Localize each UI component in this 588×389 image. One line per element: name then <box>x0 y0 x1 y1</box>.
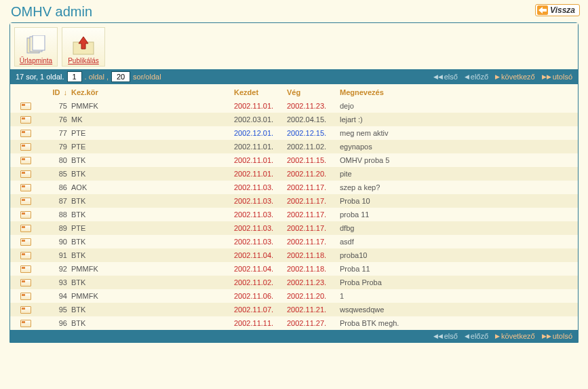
cell-veg: 2002.11.20. <box>287 292 340 300</box>
nav-last[interactable]: ▶▶utolsó <box>542 73 572 81</box>
cell-kezdet: 2002.11.03. <box>234 238 287 246</box>
page-label: . oldal , <box>85 73 109 81</box>
cell-kezkor: BTK <box>71 210 234 219</box>
table-row[interactable]: 96BTK2002.11.11.2002.11.27.Proba BTK meg… <box>10 316 578 330</box>
table-row[interactable]: 79PTE2002.11.01.2002.11.02.egynapos <box>10 140 578 153</box>
cell-kezkor: PTE <box>71 143 234 151</box>
cell-megnevezes: Proba BTK megh. <box>340 319 574 327</box>
cell-kezkor: BTK <box>71 197 234 205</box>
toolbar: Űrlapminta Publikálás <box>10 23 578 69</box>
publish-button[interactable]: Publikálás <box>62 27 105 67</box>
left-icon: ◀ <box>465 73 469 80</box>
cell-kezkor: BTK <box>71 156 234 164</box>
cell-id: 92 <box>37 265 71 273</box>
nav-next[interactable]: ▶következő <box>495 73 535 81</box>
page-input[interactable] <box>67 71 82 82</box>
cell-id: 80 <box>37 156 71 164</box>
cell-veg: 2002.11.02. <box>287 143 340 151</box>
nav-first[interactable]: ◀◀első <box>433 73 458 81</box>
table-row[interactable]: 95BTK2002.11.07.2002.11.21.wsqwesdqwe <box>10 303 578 316</box>
cell-veg: 2002.11.23. <box>287 102 340 110</box>
back-button-label: Vissza <box>550 5 575 15</box>
row-flag-icon <box>20 170 31 178</box>
cell-kezdet: 2002.11.11. <box>234 319 287 327</box>
svg-rect-2 <box>33 35 45 50</box>
table-row[interactable]: 91BTK2002.11.04.2002.11.18.proba10 <box>10 248 578 262</box>
cell-id: 86 <box>37 183 71 191</box>
col-kezdet[interactable]: Kezdet <box>234 88 287 96</box>
table-row[interactable]: 94PMMFK2002.11.06.2002.11.20.1 <box>10 289 578 303</box>
table-row[interactable]: 75PMMFK2002.11.01.2002.11.23.dejo <box>10 99 578 113</box>
page-size-input[interactable] <box>111 71 130 82</box>
col-megnevezes[interactable]: Megnevezés <box>340 88 574 96</box>
cell-id: 89 <box>37 224 71 232</box>
row-flag-icon <box>20 265 31 273</box>
cell-kezkor: PTE <box>71 129 234 137</box>
cell-veg: 2002.11.17. <box>287 238 340 246</box>
table-row[interactable]: 87BTK2002.11.03.2002.11.17.Proba 10 <box>10 194 578 208</box>
row-flag-icon <box>20 225 31 232</box>
cell-veg: 2002.04.15. <box>287 115 340 124</box>
cell-kezkor: BTK <box>71 251 234 259</box>
cell-id: 93 <box>37 278 71 286</box>
cell-veg: 2002.11.17. <box>287 210 340 219</box>
row-flag-icon <box>20 143 31 151</box>
table-row[interactable]: 92PMMFK2002.11.04.2002.11.18.Proba 11 <box>10 262 578 276</box>
cell-veg: 2002.11.23. <box>287 278 340 286</box>
back-button[interactable]: Vissza <box>535 4 580 16</box>
nav-last-bottom[interactable]: ▶▶utolsó <box>542 332 572 340</box>
cell-veg: 2002.11.17. <box>287 197 340 205</box>
cell-megnevezes: dfbg <box>340 224 574 232</box>
cell-megnevezes: Proba 11 <box>340 265 574 273</box>
cell-kezkor: BTK <box>71 238 234 246</box>
cell-megnevezes: 1 <box>340 292 574 300</box>
row-flag-icon <box>20 293 31 300</box>
table-row[interactable]: 90BTK2002.11.03.2002.11.17.asdf <box>10 235 578 248</box>
cell-id: 79 <box>37 143 71 151</box>
cell-kezkor: BTK <box>71 305 234 314</box>
cell-veg: 2002.11.17. <box>287 183 340 191</box>
nav-first-bottom[interactable]: ◀◀első <box>433 332 458 340</box>
cell-id: 76 <box>37 115 71 124</box>
cell-kezkor: AOK <box>71 183 234 191</box>
cell-kezdet: 2002.11.02. <box>234 278 287 286</box>
cell-megnevezes: proba10 <box>340 251 574 259</box>
table-row[interactable]: 89PTE2002.11.03.2002.11.17.dfbg <box>10 221 578 235</box>
double-right-icon: ▶▶ <box>542 73 551 80</box>
row-flag-icon <box>20 130 31 137</box>
cell-megnevezes: asdf <box>340 238 574 246</box>
table-row[interactable]: 93BTK2002.11.02.2002.11.23.Proba Proba <box>10 276 578 289</box>
cell-megnevezes: Proba 10 <box>340 197 574 205</box>
table-row[interactable]: 76MK2002.03.01.2002.04.15.lejart :) <box>10 113 578 126</box>
cell-veg: 2002.11.20. <box>287 170 340 178</box>
cell-megnevezes: szep a kep? <box>340 183 574 191</box>
cell-id: 91 <box>37 251 71 259</box>
cell-kezdet: 2002.11.03. <box>234 224 287 232</box>
cell-kezkor: PMMFK <box>71 265 234 273</box>
table-row[interactable]: 85BTK2002.11.01.2002.11.20.pite <box>10 167 578 181</box>
template-button[interactable]: Űrlapminta <box>14 27 58 67</box>
row-flag-icon <box>20 157 31 164</box>
table-row[interactable]: 80BTK2002.11.01.2002.11.15.OMHV proba 5 <box>10 153 578 167</box>
row-flag-icon <box>20 320 31 327</box>
row-flag-icon <box>20 103 31 110</box>
table-row[interactable]: 77PTE2002.12.01.2002.12.15.meg nem aktiv <box>10 126 578 140</box>
table-row[interactable]: 88BTK2002.11.03.2002.11.17.proba 11 <box>10 208 578 221</box>
nav-prev[interactable]: ◀előző <box>465 73 488 81</box>
table-row[interactable]: 86AOK2002.11.03.2002.11.17.szep a kep? <box>10 181 578 194</box>
cell-veg: 2002.11.15. <box>287 156 340 164</box>
cell-kezdet: 2002.11.03. <box>234 197 287 205</box>
cell-megnevezes: wsqwesdqwe <box>340 305 574 314</box>
col-kezkor[interactable]: Kez.kör <box>71 88 234 96</box>
cell-megnevezes: Proba Proba <box>340 278 574 286</box>
cell-id: 94 <box>37 292 71 300</box>
template-button-label: Űrlapminta <box>20 57 52 64</box>
col-id[interactable]: ID ↓ <box>37 88 71 96</box>
row-flag-icon <box>20 116 31 124</box>
pager-summary: 17 sor, 1 oldal. <box>16 73 64 81</box>
col-veg[interactable]: Vég <box>287 88 340 96</box>
nav-prev-bottom[interactable]: ◀előző <box>465 332 488 340</box>
double-right-icon: ▶▶ <box>542 333 551 339</box>
cell-megnevezes: egynapos <box>340 143 574 151</box>
nav-next-bottom[interactable]: ▶következő <box>495 332 535 340</box>
